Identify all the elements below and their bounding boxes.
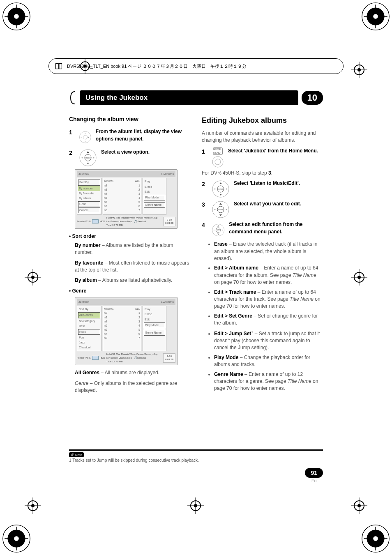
svg-text:ENTER: ENTER	[218, 188, 224, 190]
genre-heading: Genre	[72, 288, 87, 294]
svg-marker-73	[219, 203, 222, 205]
left-column: Changing the album view 1 From the album…	[69, 115, 190, 398]
right-column: Editing Jukebox albums A number of comma…	[202, 115, 323, 398]
dpad-enter-icon: ENTER	[212, 180, 230, 198]
dpad-enter-icon: ENTER	[212, 200, 230, 219]
svg-point-52	[85, 141, 85, 142]
button-press-icon	[212, 156, 224, 168]
step-2-text: Select 'Listen to Music/Edit'.	[234, 180, 300, 187]
genre-item-label: Genre	[75, 380, 88, 386]
sort-order-heading: Sort order	[72, 233, 96, 239]
step-number: 1	[202, 147, 208, 156]
svg-marker-58	[87, 163, 89, 164]
svg-point-53	[81, 137, 82, 138]
all-genres-label: All Genres	[75, 370, 99, 375]
chapter-title: Using the Jukebox	[80, 90, 298, 105]
svg-point-59	[82, 157, 83, 159]
step-1-text: From the album list, display the view op…	[96, 128, 190, 143]
step-1-text: Select 'Jukebox' from the Home Menu.	[228, 147, 318, 154]
print-info-bar: DVR650HS_TLT_EN.book 91 ページ ２００７年３月２０日 火…	[48, 58, 344, 74]
genre-item-text: – Only albums in the selected genre are …	[75, 380, 177, 393]
heading-changing-album-view: Changing the album view	[69, 115, 190, 123]
home-menu-key: HOME MENU	[213, 147, 223, 155]
step-number: 2	[69, 149, 75, 157]
svg-point-69	[226, 189, 227, 190]
svg-point-9	[373, 14, 378, 19]
note-label: Note	[69, 452, 84, 457]
bottom-rule	[69, 485, 323, 485]
crosshair-bottom-right	[351, 497, 367, 514]
dpad-enter-icon: ENTER	[79, 149, 97, 167]
svg-point-49	[83, 135, 87, 139]
dpad-right-icon	[79, 128, 92, 146]
page-number-box: 91 En	[305, 468, 323, 483]
intro-text: A number of commands are available for e…	[202, 130, 323, 144]
crosshair-bottom	[187, 497, 204, 514]
svg-point-68	[214, 189, 216, 190]
chapter-number: 10	[302, 91, 323, 105]
svg-text:ENTER: ENTER	[85, 157, 91, 159]
bullet-jump-set: Edit > Jump Set1 – Set a track to jump s…	[214, 329, 323, 352]
note-text: 1 Tracks set to Jump will be skipped dur…	[69, 458, 323, 463]
by-number-label: By number	[75, 242, 101, 248]
step-number: 3	[202, 200, 208, 209]
page-number: 91	[305, 468, 323, 478]
chapter-title-bar: Using the Jukebox 10	[69, 90, 323, 105]
svg-marker-81	[217, 234, 219, 235]
dpad-enter-icon: ENTER	[212, 221, 225, 239]
step-number: 2	[202, 180, 208, 188]
bracket-icon	[69, 91, 76, 105]
svg-point-51	[85, 133, 85, 134]
all-genres-text: – All albums are displayed.	[99, 370, 159, 375]
heading-editing-jukebox: Editing Jukebox albums	[202, 115, 323, 126]
svg-text:ENTER: ENTER	[216, 230, 220, 231]
svg-point-62	[215, 159, 221, 165]
step-number: 4	[202, 221, 208, 229]
crosshair-left	[25, 269, 41, 286]
svg-marker-66	[219, 182, 222, 184]
footnote-bar: Note 1 Tracks set to Jump will be skippe…	[69, 449, 323, 463]
by-album-text: – Albums are listed alphabetically.	[97, 277, 172, 283]
svg-point-83	[222, 230, 223, 230]
svg-marker-80	[217, 226, 219, 227]
registration-mark-br	[361, 524, 390, 553]
svg-point-14	[14, 536, 19, 541]
crosshair-bottom-left	[25, 497, 41, 514]
svg-point-76	[226, 209, 227, 210]
step-3-text: Select what you want to edit.	[234, 200, 301, 207]
book-icon	[55, 62, 63, 70]
screenshot-sort: Jukebox10Albums Sort By By number By fav…	[75, 169, 178, 229]
svg-marker-50	[88, 136, 89, 138]
svg-point-19	[373, 536, 378, 541]
svg-point-82	[214, 230, 214, 230]
by-album-label: By album	[75, 277, 97, 283]
bullet-track-name: Edit > Track name – Enter a name of up t…	[214, 289, 323, 310]
bullet-erase: Erase – Erase the selected track (if all…	[214, 241, 323, 262]
svg-point-4	[14, 14, 19, 19]
crosshair-right	[351, 269, 367, 286]
svg-marker-67	[219, 194, 222, 196]
step-4-text: Select an edit function from the command…	[229, 221, 323, 235]
svg-text:ENTER: ENTER	[218, 209, 224, 211]
registration-mark-bl	[2, 524, 31, 553]
by-favourite-label: By favourite	[75, 260, 103, 266]
registration-mark-tr	[361, 2, 390, 31]
bullet-set-genre: Edit > Set Genre – Set or change the gen…	[214, 313, 323, 327]
svg-marker-74	[219, 214, 222, 216]
crosshair-top-right	[351, 62, 367, 78]
svg-point-61	[212, 157, 223, 167]
page-language: En	[305, 479, 323, 483]
step-number: 1	[69, 128, 75, 136]
svg-point-75	[214, 209, 216, 210]
bullet-album-name: Edit > Album name – Enter a name of up t…	[214, 265, 323, 286]
registration-mark-tl	[2, 2, 31, 31]
bullet-genre-name: Genre Name – Enter a name of up to 12 ch…	[214, 371, 323, 392]
bullet-play-mode: Play Mode – Change the playback order fo…	[214, 354, 323, 368]
print-info-text: DVR650HS_TLT_EN.book 91 ページ ２００７年３月２０日 火…	[67, 63, 247, 69]
svg-point-60	[93, 157, 95, 159]
step-1-note: For DVR-450H-S, skip to step 3.	[202, 170, 323, 177]
step-2-text: Select a view option.	[101, 149, 150, 156]
screenshot-genre: Jukebox10Albums Sort By All Genres No Ca…	[75, 297, 178, 365]
svg-marker-57	[87, 151, 89, 153]
